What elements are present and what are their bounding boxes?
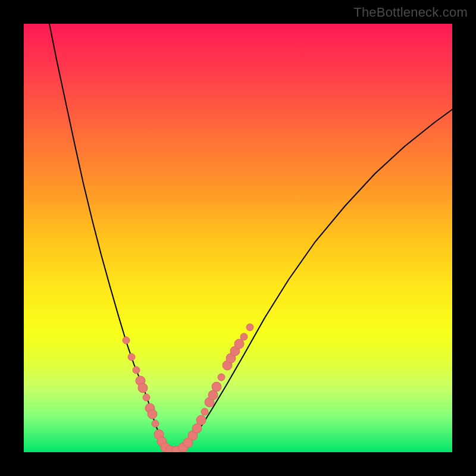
bead-left-beads [138, 383, 148, 393]
bead-left-beads [133, 367, 140, 374]
bead-right-beads [246, 324, 253, 331]
bead-left-beads [148, 409, 157, 419]
plot-area [24, 24, 452, 452]
curve-layer [49, 24, 452, 451]
bead-right-beads [212, 382, 221, 392]
bead-right-beads [201, 408, 208, 415]
bead-layer [123, 324, 253, 452]
bead-left-beads [152, 420, 159, 427]
watermark-text: TheBottleneck.com [353, 5, 468, 20]
chart-svg [24, 24, 452, 452]
bead-left-beads [128, 353, 135, 361]
bead-left-beads [123, 337, 130, 344]
bead-right-beads [240, 333, 248, 340]
bead-right-beads [196, 415, 206, 425]
bead-right-beads [218, 374, 225, 381]
chart-frame: TheBottleneck.com [0, 0, 476, 476]
bead-left-beads [143, 394, 150, 401]
bead-right-beads [192, 424, 202, 433]
curve-left-branch [49, 24, 171, 451]
bead-right-beads [234, 339, 244, 349]
